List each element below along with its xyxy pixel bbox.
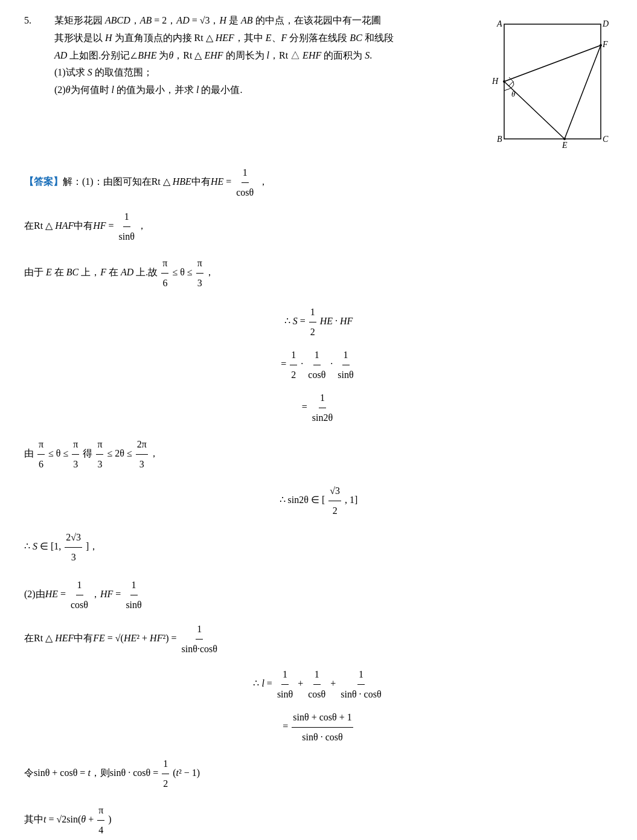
diagram-container: A D C B H E θ	[480, 12, 613, 151]
s-formula-block: ∴ S = 1 2 HE · HF = 1 2 · 1 cosθ · 1 sin…	[24, 303, 613, 428]
range-line: 由于 E 在 BC 上，F 在 AD 上.故 π 6 ≤ θ ≤ π 3 ，	[24, 254, 613, 293]
problem-line1: 某矩形花园 ABCD，AB = 2，AD = √3，H 是 AB 的中点，在该花…	[54, 12, 468, 30]
geometry-diagram: A D C B H E θ	[486, 12, 613, 151]
svg-text:D: D	[602, 19, 609, 28]
he-den: cosθ	[235, 183, 255, 202]
comma1: ，	[258, 176, 268, 187]
l-formula-block: ∴ l = 1 sinθ + 1 cosθ + 1 sinθ · cosθ = …	[24, 665, 613, 747]
pi-num1: π	[161, 254, 168, 274]
s-line2: = 1 2 · 1 cosθ · 1 sinθ	[24, 345, 613, 385]
svg-text:C: C	[603, 135, 609, 144]
l-line2: = sinθ + cosθ + 1 sinθ · cosθ	[24, 708, 613, 747]
svg-text:B: B	[497, 135, 502, 144]
he-fraction: 1 cosθ	[234, 176, 258, 187]
svg-text:E: E	[562, 141, 568, 150]
sin2theta-line: ∴ sin2θ ∈ [ √3 2 , 1]	[24, 481, 613, 521]
hf-den: sinθ	[118, 227, 136, 246]
s-line3: = 1 sin2θ	[24, 388, 613, 428]
from-range-line: 由 π 6 ≤ θ ≤ π 3 得 π 3 ≤ 2θ ≤ 2π 3 ，	[24, 435, 613, 474]
s-range-line: ∴ S ∈ [1, 2√3 3 ]，	[24, 528, 613, 567]
answer-header: 【答案】解：(1)：由图可知在Rt △ HBE中有HE = 1 cosθ ，	[24, 163, 613, 202]
pi-den1: 6	[161, 274, 168, 293]
problem-line3: AD 上如图.分别记∠BHE 为θ，Rt △ EHF 的周长为 l，Rt △ E…	[54, 47, 468, 65]
l-line1: ∴ l = 1 sinθ + 1 cosθ + 1 sinθ · cosθ	[24, 665, 613, 704]
pi-den2: 3	[196, 274, 203, 293]
he-num: 1	[242, 163, 249, 183]
solution-label: 解：(1)：由图可知在Rt △ HBE中有HE =	[63, 176, 234, 187]
let-t-line: 令sinθ + cosθ = t，则sinθ · cosθ = 1 2 (t² …	[24, 754, 613, 794]
svg-text:θ: θ	[511, 89, 516, 98]
svg-text:H: H	[491, 77, 499, 86]
svg-line-12	[565, 45, 601, 139]
t-sqrt2-line: 其中t = √2sin(θ + π 4 )	[24, 801, 613, 840]
answer-label: 【答案】	[24, 176, 63, 187]
hf-num: 1	[123, 207, 130, 227]
problem-line2: 其形状是以 H 为直角顶点的内接 Rt △ HEF，其中 E、F 分别落在线段 …	[54, 30, 468, 47]
svg-text:F: F	[602, 40, 608, 49]
s-line1: ∴ S = 1 2 HE · HF	[24, 303, 613, 342]
pi-num2: π	[196, 254, 203, 274]
problem-q2: (2)θ为何值时 l 的值为最小，并求 l 的最小值.	[54, 82, 468, 99]
fe-line: 在Rt △ HEF中有FE = √(HE² + HF²) = 1 sinθ·co…	[24, 620, 613, 659]
part2-header: (2)由HE = 1 cosθ ，HF = 1 sinθ	[24, 575, 613, 615]
svg-line-11	[504, 45, 601, 82]
svg-text:A: A	[496, 19, 502, 28]
problem-text: 某矩形花园 ABCD，AB = 2，AD = √3，H 是 AB 的中点，在该花…	[54, 12, 468, 151]
problem-section: 5. 某矩形花园 ABCD，AB = 2，AD = √3，H 是 AB 的中点，…	[24, 12, 613, 151]
answer-section: 【答案】解：(1)：由图可知在Rt △ HBE中有HE = 1 cosθ ， 在…	[24, 163, 613, 840]
problem-q1: (1)试求 S 的取值范围；	[54, 64, 468, 82]
haf-line: 在Rt △ HAF中有HF = 1 sinθ ，	[24, 207, 613, 246]
problem-number: 5.	[24, 12, 42, 151]
